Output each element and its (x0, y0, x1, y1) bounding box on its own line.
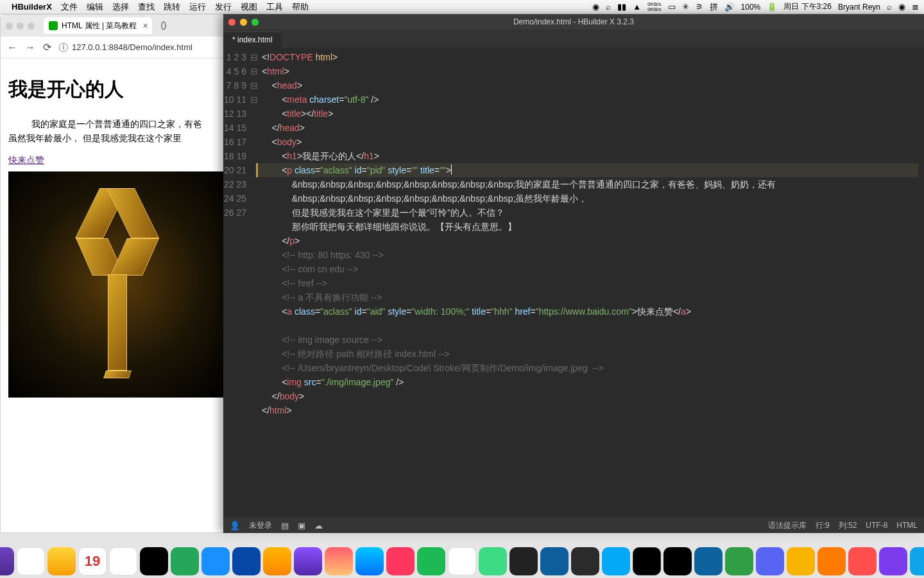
dock: 19 (0, 533, 924, 578)
menu-edit[interactable]: 编辑 (87, 1, 103, 13)
cursor-line: 行:9 (816, 520, 830, 531)
browser-traffic-lights[interactable] (6, 22, 35, 30)
dock-discord[interactable] (756, 547, 784, 575)
input-source-icon[interactable]: 拼 (710, 1, 718, 13)
code-editor[interactable]: 1 2 3 4 5 6 7 8 9 10 11 12 13 14 15 16 1… (223, 48, 924, 518)
back-button[interactable]: ← (7, 42, 17, 53)
dock-appstore[interactable] (355, 547, 384, 575)
dock-wps[interactable] (725, 547, 753, 575)
user-icon[interactable]: 👤 (230, 521, 240, 530)
spotlight-icon[interactable]: ⌕ (887, 2, 892, 12)
editor-title: Demo/index.html - HBuilder X 3.2.3 (513, 17, 634, 26)
dock-app[interactable] (879, 547, 907, 575)
favicon-icon (49, 21, 58, 30)
dock-obs[interactable] (663, 547, 692, 575)
dock-wechat[interactable] (201, 547, 230, 575)
dock-notes[interactable] (325, 547, 353, 575)
editor-titlebar[interactable]: Demo/index.html - HBuilder X 3.2.3 (223, 14, 924, 30)
editor-traffic-lights[interactable] (228, 19, 259, 26)
language-mode[interactable]: HTML (896, 521, 918, 530)
url-text: 127.0.0.1:8848/Demo/index.html (72, 42, 193, 52)
status-bars-icon[interactable]: ▮▮ (617, 2, 626, 12)
status-cat-icon[interactable]: ▲ (633, 2, 641, 12)
page-link[interactable]: 快来点赞 (8, 155, 44, 166)
menu-select[interactable]: 选择 (112, 1, 129, 13)
reload-button[interactable]: ⟳ (43, 41, 51, 53)
cursor-col: 列:52 (839, 520, 857, 531)
editor-window: Demo/index.html - HBuilder X 3.2.3 * ind… (223, 14, 924, 533)
dock-music[interactable] (0, 547, 14, 575)
tab-title: HTML 属性 | 菜鸟教程 (62, 21, 137, 31)
dock-terminal[interactable] (509, 547, 538, 575)
dock-music2[interactable] (417, 547, 445, 575)
dock-mail[interactable] (263, 547, 291, 575)
list-icon[interactable]: ▤ (281, 521, 289, 530)
dock-messages[interactable] (171, 547, 199, 575)
dock-firefox[interactable] (17, 547, 45, 575)
dock-photos[interactable] (140, 547, 168, 575)
menu-run[interactable]: 运行 (189, 1, 206, 13)
editor-tab-index[interactable]: * index.html (223, 31, 282, 48)
page-image (8, 171, 227, 398)
browser-tab-1[interactable]: HTML 属性 | 菜鸟教程 ✕ (44, 17, 152, 34)
wifi-icon[interactable]: ⚞ (696, 2, 703, 12)
dock-maps[interactable] (294, 547, 322, 575)
dock-chrome[interactable] (47, 547, 76, 575)
display-icon[interactable]: ▭ (668, 2, 676, 12)
syntax-hint[interactable]: 语法提示库 (768, 520, 807, 531)
network-speed: 0KB/s0KB/s (647, 2, 661, 12)
bluetooth-icon[interactable]: ✳ (682, 2, 689, 12)
menu-help[interactable]: 帮助 (292, 1, 309, 13)
dock-iterm[interactable] (633, 547, 661, 575)
clock[interactable]: 周日 下午3:26 (783, 1, 832, 12)
app-name[interactable]: HBuilderX (12, 2, 52, 12)
menu-goto[interactable]: 跳转 (164, 1, 180, 13)
dock-inner: 19 (0, 533, 924, 578)
minimize-window-icon[interactable] (240, 19, 247, 26)
dock-pycharm[interactable] (694, 547, 723, 575)
dock-folder[interactable] (787, 547, 815, 575)
close-tab-icon[interactable]: ✕ (142, 22, 148, 30)
dock-app2[interactable] (910, 547, 924, 575)
browser-tab-2[interactable] (156, 17, 182, 34)
dock-folder3[interactable] (848, 547, 877, 575)
editor-statusbar: 👤 未登录 ▤ ▣ ☁ 语法提示库 行:9 列:52 UTF-8 HTML (223, 518, 924, 533)
dock-folder2[interactable] (817, 547, 846, 575)
forward-button[interactable]: → (25, 42, 35, 53)
encoding[interactable]: UTF-8 (866, 521, 887, 530)
volume-icon[interactable]: 🔊 (724, 2, 735, 12)
editor-tabs: * index.html (223, 30, 924, 48)
menu-view[interactable]: 视图 (241, 1, 257, 13)
login-status[interactable]: 未登录 (249, 520, 272, 531)
dock-podcasts[interactable] (386, 547, 415, 575)
dock-preview[interactable] (109, 547, 137, 575)
zoom-window-icon[interactable] (252, 19, 259, 26)
source-code[interactable]: <!DOCTYPE html> <html> <head> <meta char… (258, 48, 924, 518)
battery-icon[interactable]: 🔋 (767, 2, 777, 12)
search-icon[interactable]: ⌕ (606, 2, 611, 12)
dock-calendar[interactable]: 19 (78, 547, 107, 575)
battery-percent: 100% (741, 3, 761, 12)
control-center-icon[interactable]: ≣ (912, 2, 919, 12)
menu-find[interactable]: 查找 (138, 1, 155, 13)
preview-icon[interactable]: ☁ (314, 521, 323, 530)
dock-docker[interactable] (540, 547, 569, 575)
dock-intellij[interactable] (571, 547, 599, 575)
user-name[interactable]: Bryant Reyn (838, 3, 880, 12)
status-icon[interactable]: ◉ (592, 2, 599, 12)
mac-menubar: HBuilderX 文件 编辑 选择 查找 跳转 运行 发行 视图 工具 帮助 … (0, 0, 924, 14)
siri-icon[interactable]: ◉ (898, 2, 905, 12)
dock-android[interactable] (479, 547, 507, 575)
site-info-icon[interactable]: i (59, 43, 68, 52)
menu-publish[interactable]: 发行 (215, 1, 232, 13)
favicon-loading-icon (161, 21, 166, 30)
dock-qq[interactable] (232, 547, 261, 575)
close-window-icon[interactable] (228, 19, 235, 26)
line-gutter[interactable]: 1 2 3 4 5 6 7 8 9 10 11 12 13 14 15 16 1… (223, 48, 250, 518)
dock-xcode[interactable] (448, 547, 476, 575)
dock-vscode[interactable] (602, 547, 630, 575)
fold-gutter[interactable]: ⊟ ⊟ ⊟ ⊟ (250, 48, 258, 518)
menu-file[interactable]: 文件 (61, 1, 78, 13)
menu-tools[interactable]: 工具 (266, 1, 283, 13)
terminal-icon[interactable]: ▣ (298, 521, 305, 530)
